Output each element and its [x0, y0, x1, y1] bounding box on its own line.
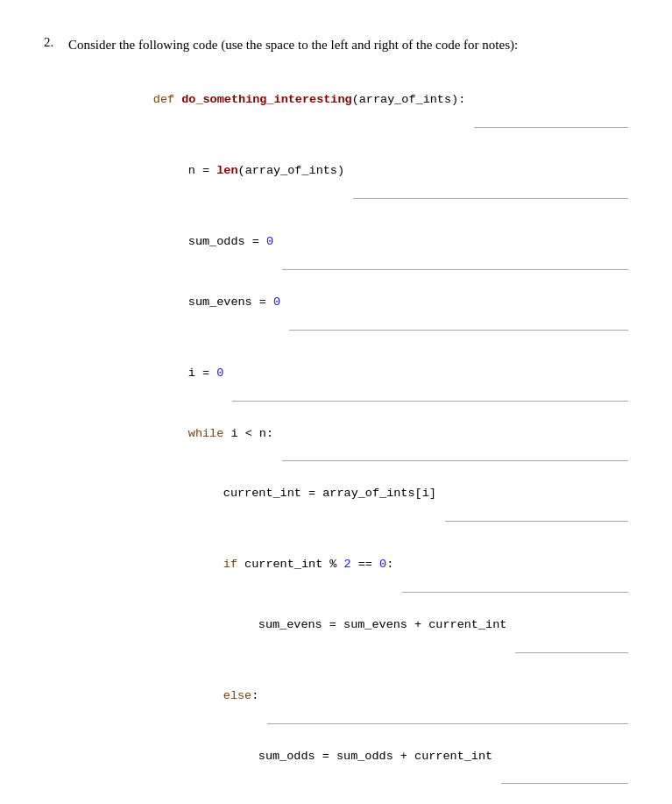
question-number-row: 2. Consider the following code (use the …	[44, 35, 628, 55]
line-rule	[289, 330, 628, 331]
line-rule	[402, 592, 628, 593]
line-rule	[515, 652, 628, 653]
line-rule	[232, 401, 628, 402]
line-rule	[282, 269, 628, 270]
code-line-4: sum_evens = 0	[96, 273, 628, 333]
line-rule	[445, 521, 628, 522]
code-line-7: sum_evens = sum_evens + current_int	[96, 595, 628, 656]
line-rule	[474, 127, 628, 128]
question-container: 2. Consider the following code (use the …	[44, 35, 628, 804]
code-line-6: current_int = array_of_ints[i]	[96, 464, 628, 524]
code-line-1: def do_something_interesting(array_of_in…	[96, 71, 628, 132]
code-line-2: n = len(array_of_ints)	[96, 141, 628, 202]
keyword-def: def	[153, 93, 181, 106]
line-rule	[267, 723, 628, 724]
code-block: def do_something_interesting(array_of_in…	[96, 71, 628, 805]
code-line-while: while i < n:	[96, 404, 628, 465]
line-rule	[282, 460, 628, 461]
code-line-5: i = 0	[96, 344, 628, 404]
code-line-3: sum_odds = 0	[96, 212, 628, 273]
code-line-8: sum_odds = sum_odds + current_int	[96, 727, 628, 787]
line-rule	[353, 198, 628, 199]
code-line-increment: i = i + 1	[96, 797, 628, 804]
func-name: do_something_interesting	[181, 93, 351, 106]
question-intro: Consider the following code (use the spa…	[68, 35, 518, 55]
code-line-if: if current_int % 2 == 0:	[96, 535, 628, 595]
question-number: 2.	[44, 35, 61, 55]
line-rule	[501, 783, 628, 784]
code-line-else: else:	[96, 666, 628, 727]
